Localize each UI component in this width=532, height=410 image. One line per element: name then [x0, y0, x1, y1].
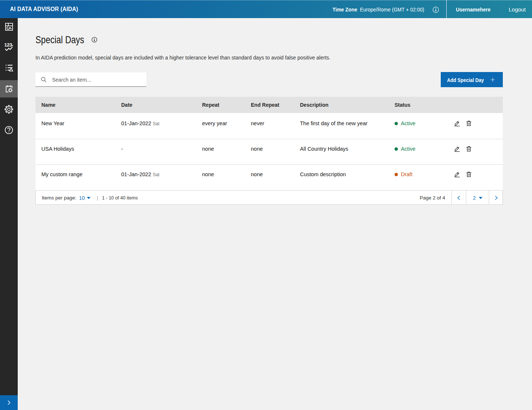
svg-text:123: 123 — [4, 42, 13, 48]
